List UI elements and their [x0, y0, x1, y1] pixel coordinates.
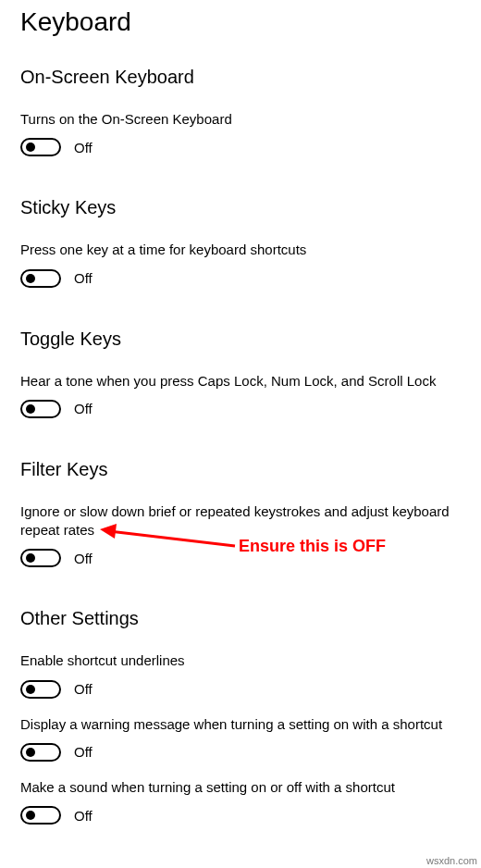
- setting-desc-osk: Turns on the On-Screen Keyboard: [20, 110, 461, 129]
- section-title-filter: Filter Keys: [20, 459, 461, 480]
- watermark: wsxdn.com: [426, 855, 477, 866]
- toggle-toggle-keys[interactable]: [20, 400, 61, 418]
- section-title-other: Other Settings: [20, 608, 461, 629]
- toggle-label-underlines: Off: [74, 681, 92, 697]
- toggle-sound[interactable]: [20, 806, 61, 825]
- section-title-sticky: Sticky Keys: [20, 197, 461, 218]
- section-title-toggle: Toggle Keys: [20, 329, 461, 350]
- section-title-osk: On-Screen Keyboard: [20, 67, 461, 88]
- svg-line-0: [109, 531, 235, 546]
- toggle-label-sound: Off: [74, 808, 92, 824]
- toggle-label-sticky: Off: [74, 270, 92, 286]
- toggle-osk[interactable]: [20, 138, 61, 156]
- section-on-screen-keyboard: On-Screen Keyboard Turns on the On-Scree…: [20, 67, 461, 156]
- toggle-label-filter: Off: [74, 551, 92, 566]
- section-other-settings: Other Settings Enable shortcut underline…: [20, 608, 461, 825]
- toggle-warning-message[interactable]: [20, 743, 61, 762]
- setting-desc-filter: Ignore or slow down brief or repeated ke…: [20, 502, 461, 540]
- section-toggle-keys: Toggle Keys Hear a tone when you press C…: [20, 329, 461, 418]
- annotation-text: Ensure this is OFF: [239, 537, 386, 556]
- page-title: Keyboard: [20, 7, 461, 37]
- setting-desc-toggle: Hear a tone when you press Caps Lock, Nu…: [20, 372, 461, 391]
- toggle-label-warning: Off: [74, 744, 92, 760]
- toggle-shortcut-underlines[interactable]: [20, 680, 61, 699]
- toggle-label-toggle: Off: [74, 401, 92, 416]
- toggle-label-osk: Off: [74, 140, 92, 155]
- setting-desc-sound: Make a sound when turning a setting on o…: [20, 778, 461, 797]
- toggle-sticky[interactable]: [20, 269, 61, 288]
- toggle-filter-keys[interactable]: [20, 549, 61, 567]
- setting-desc-warning: Display a warning message when turning a…: [20, 715, 461, 734]
- svg-marker-1: [100, 524, 117, 539]
- section-sticky-keys: Sticky Keys Press one key at a time for …: [20, 197, 461, 287]
- setting-desc-sticky: Press one key at a time for keyboard sho…: [20, 241, 461, 259]
- setting-desc-underlines: Enable shortcut underlines: [20, 651, 461, 670]
- annotation-arrow-icon: [100, 520, 239, 557]
